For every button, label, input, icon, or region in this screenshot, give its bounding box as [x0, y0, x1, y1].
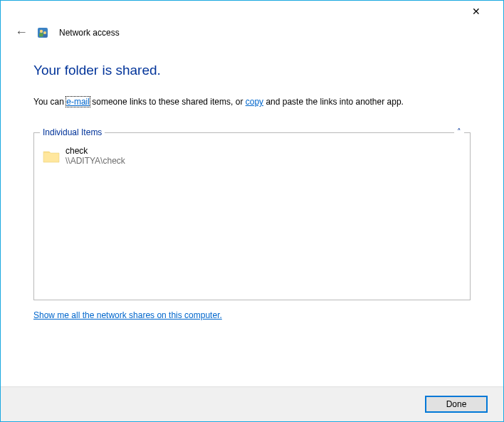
folder-icon: [43, 149, 60, 163]
instruction-text: You can e-mail someone links to these sh…: [33, 95, 471, 108]
text-part: You can: [33, 97, 66, 107]
text-part: someone links to these shared items, or: [90, 97, 246, 107]
show-all-shares-link[interactable]: Show me all the network shares on this c…: [33, 310, 222, 320]
network-access-icon: [36, 26, 49, 39]
list-item[interactable]: check \\ADITYA\check: [41, 144, 463, 167]
title-bar: ✕: [1, 1, 503, 22]
content-area: Your folder is shared. You can e-mail so…: [1, 54, 503, 320]
svg-point-3: [43, 31, 46, 34]
copy-link[interactable]: copy: [246, 97, 263, 107]
back-arrow-icon[interactable]: ←: [15, 25, 26, 40]
svg-point-1: [40, 29, 43, 32]
item-text: check \\ADITYA\check: [65, 146, 125, 166]
svg-rect-2: [39, 33, 43, 36]
text-part: and paste the links into another app.: [263, 97, 404, 107]
page-title: Your folder is shared.: [33, 63, 471, 78]
app-title: Network access: [59, 28, 120, 38]
email-link[interactable]: e-mail: [66, 97, 90, 107]
done-button[interactable]: Done: [425, 396, 488, 413]
group-legend: Individual Items: [40, 127, 105, 137]
individual-items-group: Individual Items ˄ check \\ADITYA\check: [33, 132, 471, 300]
item-path: \\ADITYA\check: [65, 156, 125, 166]
show-all-shares-link-row: Show me all the network shares on this c…: [33, 310, 471, 320]
chevron-up-icon[interactable]: ˄: [454, 127, 464, 137]
close-icon[interactable]: ✕: [462, 1, 490, 22]
footer-bar: Done: [1, 386, 503, 421]
svg-rect-4: [43, 34, 48, 38]
item-name: check: [65, 146, 125, 156]
header-row: ← Network access: [1, 22, 503, 54]
